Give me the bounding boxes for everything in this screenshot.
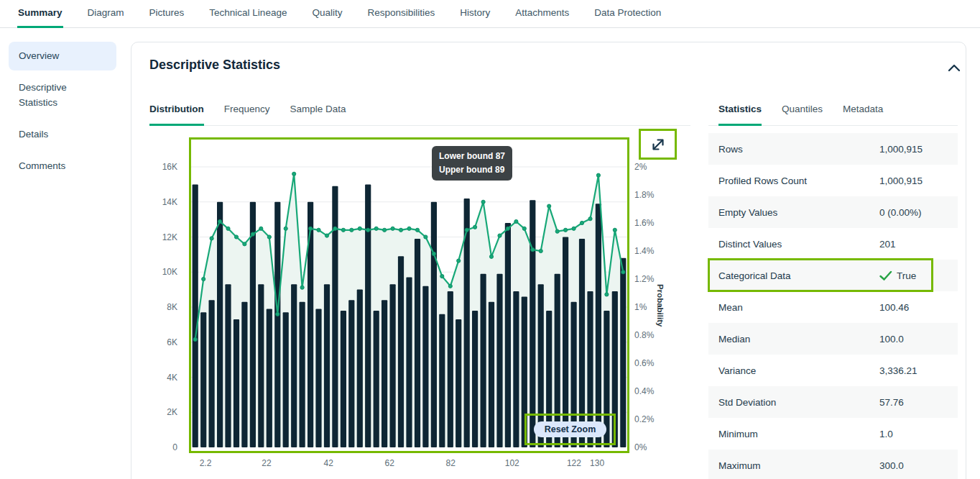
- nav-tab-history[interactable]: History: [459, 0, 491, 28]
- line-marker: [366, 228, 370, 232]
- y-axis-right-tick: 1.4%: [634, 246, 654, 256]
- tab-statistics[interactable]: Statistics: [718, 104, 762, 126]
- nav-tab-responsibilities[interactable]: Responsibilities: [366, 0, 435, 28]
- distribution-chart[interactable]: [191, 140, 627, 451]
- histogram-bar[interactable]: [291, 284, 297, 447]
- histogram-bar[interactable]: [274, 202, 280, 447]
- line-marker: [596, 173, 600, 177]
- distribution-plot-area[interactable]: Lower bound 87 Upper bound 89 Reset Zoom: [189, 137, 629, 453]
- histogram-bar[interactable]: [439, 314, 445, 447]
- expand-icon[interactable]: [650, 136, 667, 153]
- histogram-bar[interactable]: [448, 291, 453, 447]
- histogram-bar[interactable]: [422, 286, 428, 447]
- y-axis-tick: 16K: [146, 162, 177, 172]
- histogram-bar[interactable]: [431, 202, 437, 447]
- histogram-bar[interactable]: [258, 284, 264, 447]
- histogram-bar[interactable]: [513, 291, 519, 447]
- y-axis-right-tick: 1%: [634, 302, 647, 312]
- x-axis-tick: 42: [324, 458, 333, 468]
- line-marker: [251, 232, 254, 236]
- stat-row-rows: Rows1,000,915: [708, 133, 958, 165]
- tab-sample-data[interactable]: Sample Data: [290, 104, 346, 126]
- x-axis-tick: 122: [567, 458, 581, 468]
- chart-tooltip: Lower bound 87 Upper bound 89: [432, 146, 512, 181]
- sidebar-item-details[interactable]: Details: [9, 120, 116, 149]
- stat-value-text: 3,336.21: [879, 365, 917, 376]
- stat-value: 0 (0.00%): [879, 207, 922, 218]
- stat-label: Std Deviation: [718, 397, 776, 408]
- stat-row-mean: Mean100.46: [708, 291, 958, 323]
- stat-value: 3,336.21: [879, 365, 917, 376]
- line-marker: [226, 227, 230, 230]
- stat-value-text: 0 (0.00%): [879, 207, 922, 218]
- histogram-bar[interactable]: [234, 319, 239, 447]
- histogram-bar[interactable]: [209, 300, 215, 447]
- histogram-bar[interactable]: [496, 274, 502, 447]
- histogram-bar[interactable]: [390, 284, 396, 447]
- histogram-bar[interactable]: [357, 290, 363, 447]
- line-marker: [613, 228, 616, 232]
- histogram-bar[interactable]: [267, 309, 272, 447]
- histogram-bar[interactable]: [200, 312, 206, 447]
- line-marker: [498, 234, 501, 237]
- line-marker: [234, 235, 238, 239]
- collapse-panel-button[interactable]: [943, 60, 965, 77]
- histogram-bar[interactable]: [348, 300, 354, 447]
- nav-tab-summary[interactable]: Summary: [17, 0, 63, 28]
- histogram-bar[interactable]: [374, 311, 379, 447]
- nav-tab-data-protection[interactable]: Data Protection: [593, 0, 662, 28]
- top-nav: SummaryDiagramPicturesTechnical LineageQ…: [0, 0, 980, 28]
- histogram-bar[interactable]: [283, 312, 289, 447]
- stat-label: Maximum: [718, 460, 761, 471]
- stat-row-distinct-values: Distinct Values201: [708, 228, 958, 260]
- nav-tab-technical-lineage[interactable]: Technical Lineage: [208, 0, 287, 28]
- histogram-bar[interactable]: [241, 302, 247, 447]
- sidebar-item-overview[interactable]: Overview: [9, 42, 116, 70]
- histogram-bar[interactable]: [472, 311, 478, 447]
- histogram-bar[interactable]: [406, 278, 412, 447]
- tab-metadata[interactable]: Metadata: [843, 104, 883, 126]
- reset-zoom-button[interactable]: Reset Zoom: [534, 421, 607, 437]
- histogram-bar[interactable]: [332, 186, 338, 447]
- histogram-bar[interactable]: [489, 302, 494, 447]
- histogram-bar[interactable]: [341, 311, 346, 447]
- histogram-bar[interactable]: [382, 300, 387, 447]
- tab-quantiles[interactable]: Quantiles: [782, 104, 823, 126]
- histogram-bar[interactable]: [324, 284, 330, 447]
- expand-chart-annotation-box: [639, 129, 677, 160]
- histogram-bar[interactable]: [415, 239, 420, 447]
- histogram-bar[interactable]: [620, 258, 626, 447]
- stat-value-text: 1,000,915: [879, 144, 923, 155]
- histogram-bar[interactable]: [530, 200, 535, 447]
- stat-value: 1.0: [879, 429, 893, 439]
- nav-tab-quality[interactable]: Quality: [311, 0, 343, 28]
- nav-tab-pictures[interactable]: Pictures: [149, 0, 185, 28]
- stat-value-text: 201: [879, 239, 896, 250]
- nav-tab-attachments[interactable]: Attachments: [514, 0, 570, 28]
- line-marker: [341, 228, 345, 232]
- sidebar-item-comments[interactable]: Comments: [9, 152, 116, 181]
- y-axis-tick: 6K: [146, 337, 177, 347]
- x-axis-tick: 130: [590, 458, 604, 468]
- histogram-bar[interactable]: [217, 202, 223, 447]
- histogram-bar[interactable]: [193, 184, 198, 447]
- histogram-bar[interactable]: [225, 284, 231, 447]
- tab-distribution[interactable]: Distribution: [149, 104, 204, 126]
- histogram-bar[interactable]: [505, 223, 511, 447]
- y-axis-tick: 8K: [146, 302, 177, 312]
- tab-frequency[interactable]: Frequency: [224, 104, 270, 126]
- histogram-bar[interactable]: [481, 274, 486, 447]
- histogram-bar[interactable]: [596, 204, 601, 447]
- histogram-bar[interactable]: [300, 302, 305, 447]
- stat-label: Empty Values: [718, 207, 777, 218]
- histogram-bar[interactable]: [315, 309, 321, 447]
- histogram-bar[interactable]: [398, 256, 404, 447]
- y-axis-tick: 2K: [146, 407, 177, 417]
- histogram-bar[interactable]: [456, 319, 461, 447]
- y-axis-right-tick: 1.2%: [634, 274, 654, 284]
- sidebar-item-descriptive-statistics[interactable]: Descriptive Statistics: [9, 73, 116, 117]
- nav-tab-diagram[interactable]: Diagram: [87, 0, 125, 28]
- histogram-bar[interactable]: [365, 184, 371, 447]
- stat-value: 100.0: [879, 334, 904, 345]
- histogram-bar[interactable]: [250, 202, 256, 447]
